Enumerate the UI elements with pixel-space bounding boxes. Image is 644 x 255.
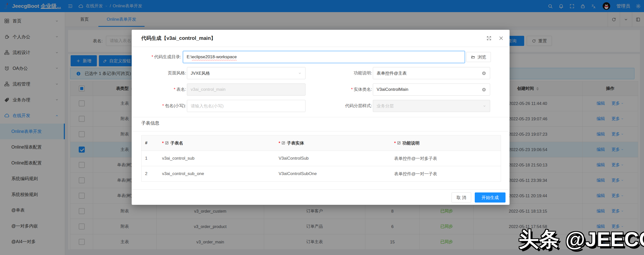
folder-icon xyxy=(471,55,475,59)
code-layer-select: 业务分层 xyxy=(373,100,490,112)
cell-index: 1 xyxy=(142,151,159,166)
start-generate-button[interactable]: 开始生成 xyxy=(475,192,506,203)
subtable-section-title: 子表信息 xyxy=(141,120,159,126)
function-desc-label: 功能说明: xyxy=(315,67,372,79)
clear-icon[interactable] xyxy=(482,87,486,92)
cell-subtable-desc: 表单控件@一对一子表 xyxy=(391,166,501,182)
cell-subtable-entity: V3aiControlSubOne xyxy=(275,166,391,182)
subtable-row: 1v3ai_control_subV3aiControlSub表单控件@一对多子… xyxy=(142,151,501,166)
subtable-col-label: 功能说明 xyxy=(402,141,419,146)
subtable-col-label: 子表实体 xyxy=(287,141,304,146)
page-style-select[interactable]: JVXE风格 xyxy=(187,67,305,79)
output-dir-input[interactable]: E:\eclipse2018-workspace xyxy=(183,51,465,63)
subtable: #*子表名*子表实体*功能说明1v3ai_control_subV3aiCont… xyxy=(141,135,501,182)
cell-subtable-name: v3ai_control_sub_one xyxy=(159,166,275,182)
clear-icon[interactable] xyxy=(482,71,486,76)
app-root: JeecgBoot 企业级... 在线开发 / Online表单开发 文A 管理… xyxy=(0,0,644,255)
modal-body: *代码生成目录: E:\eclipse2018-workspace 浏览 页面风… xyxy=(132,47,510,190)
table-name-label-modal: *表名: xyxy=(132,83,186,96)
cell-index: 2 xyxy=(142,166,159,182)
modal-footer: 取 消 开始生成 xyxy=(132,189,510,205)
cancel-button[interactable]: 取 消 xyxy=(452,192,471,203)
subtable-col-header: *功能说明 xyxy=(391,135,501,151)
edit-icon xyxy=(281,141,286,145)
subtable-row: 2v3ai_control_sub_oneV3aiControlSubOne表单… xyxy=(142,166,501,182)
modal-title: 代码生成【v3ai_control_main】 xyxy=(141,30,216,47)
subtable-col-header: *子表名 xyxy=(159,135,275,151)
required-asterisk: * xyxy=(162,141,164,146)
entity-class-input[interactable]: V3aiControlMain xyxy=(373,83,490,96)
browse-button[interactable]: 浏览 xyxy=(466,52,491,62)
table-name-input-modal: v3ai_control_main xyxy=(187,83,305,96)
close-icon[interactable] xyxy=(498,35,504,41)
page-style-label: 页面风格: xyxy=(132,67,186,79)
edit-icon xyxy=(397,141,401,145)
cell-subtable-entity: V3aiControlSub xyxy=(275,151,391,166)
modal-header: 代码生成【v3ai_control_main】 xyxy=(132,30,510,47)
watermark: 头条 @JEECG xyxy=(519,226,644,253)
function-desc-input[interactable]: 表单控件@主表 xyxy=(373,67,490,79)
code-layer-label: 代码分层样式: xyxy=(315,100,372,112)
code-generation-modal: 代码生成【v3ai_control_main】 *代码生成目录: E:\ecli… xyxy=(132,30,510,205)
output-dir-label: *代码生成目录: xyxy=(132,51,181,63)
required-asterisk: * xyxy=(279,141,281,146)
subtable-col-header: *子表实体 xyxy=(275,135,391,151)
cell-subtable-desc: 表单控件@一对多子表 xyxy=(391,151,501,166)
package-name-input[interactable]: 请输入包名(小写) xyxy=(187,100,305,112)
required-asterisk: * xyxy=(394,141,396,146)
divider xyxy=(132,131,510,131)
subtable-col-label: 子表名 xyxy=(170,141,183,146)
package-name-label: *包名(小写): xyxy=(132,100,186,112)
chevron-down-icon xyxy=(483,104,486,108)
cell-subtable-name: v3ai_control_sub xyxy=(159,151,275,166)
expand-icon[interactable] xyxy=(486,35,492,41)
entity-class-label: *实体类名: xyxy=(315,83,372,96)
divider xyxy=(132,117,510,117)
subtable-col-header: # xyxy=(142,135,159,151)
edit-icon xyxy=(165,141,169,145)
chevron-down-icon xyxy=(298,71,302,75)
